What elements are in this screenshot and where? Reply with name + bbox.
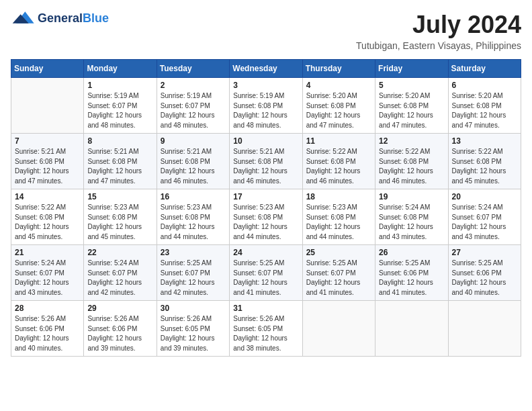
- day-number: 23: [161, 248, 226, 257]
- page-header: GeneralBlue July 2024 Tutubigan, Eastern…: [11, 11, 521, 51]
- day-number: 9: [161, 136, 226, 146]
- calendar-cell: 15Sunrise: 5:23 AM Sunset: 6:08 PM Dayli…: [84, 189, 157, 245]
- day-number: 16: [161, 192, 226, 201]
- calendar-week-row: 1Sunrise: 5:19 AM Sunset: 6:07 PM Daylig…: [11, 78, 521, 134]
- calendar-cell: [11, 78, 84, 134]
- day-number: 12: [379, 136, 445, 146]
- calendar-cell: 12Sunrise: 5:22 AM Sunset: 6:08 PM Dayli…: [375, 134, 448, 189]
- calendar-cell: 21Sunrise: 5:24 AM Sunset: 6:07 PM Dayli…: [11, 245, 84, 301]
- day-info: Sunrise: 5:22 AM Sunset: 6:08 PM Dayligh…: [452, 147, 518, 186]
- calendar-body: 1Sunrise: 5:19 AM Sunset: 6:07 PM Daylig…: [11, 78, 521, 357]
- calendar-cell: 6Sunrise: 5:20 AM Sunset: 6:08 PM Daylig…: [448, 78, 521, 134]
- day-info: Sunrise: 5:19 AM Sunset: 6:07 PM Dayligh…: [87, 91, 153, 130]
- day-number: 20: [452, 192, 518, 201]
- day-info: Sunrise: 5:24 AM Sunset: 6:07 PM Dayligh…: [15, 259, 81, 298]
- weekday-header: Thursday: [302, 60, 375, 78]
- day-info: Sunrise: 5:21 AM Sunset: 6:08 PM Dayligh…: [87, 147, 153, 186]
- calendar-cell: 8Sunrise: 5:21 AM Sunset: 6:08 PM Daylig…: [84, 134, 157, 189]
- day-info: Sunrise: 5:24 AM Sunset: 6:08 PM Dayligh…: [379, 203, 445, 242]
- weekday-header: Wednesday: [230, 60, 302, 78]
- calendar-week-row: 7Sunrise: 5:21 AM Sunset: 6:08 PM Daylig…: [11, 134, 521, 189]
- day-number: 27: [452, 248, 518, 257]
- calendar-week-row: 14Sunrise: 5:22 AM Sunset: 6:08 PM Dayli…: [11, 189, 521, 245]
- calendar-week-row: 21Sunrise: 5:24 AM Sunset: 6:07 PM Dayli…: [11, 245, 521, 301]
- day-number: 2: [161, 81, 226, 90]
- day-number: 10: [233, 136, 299, 146]
- day-info: Sunrise: 5:22 AM Sunset: 6:08 PM Dayligh…: [15, 203, 81, 242]
- day-number: 11: [306, 136, 372, 146]
- day-info: Sunrise: 5:22 AM Sunset: 6:08 PM Dayligh…: [379, 147, 445, 186]
- calendar-cell: 20Sunrise: 5:24 AM Sunset: 6:07 PM Dayli…: [448, 189, 521, 245]
- day-number: 26: [379, 248, 445, 257]
- day-info: Sunrise: 5:25 AM Sunset: 6:06 PM Dayligh…: [379, 259, 445, 298]
- weekday-header: Saturday: [448, 60, 521, 78]
- day-info: Sunrise: 5:20 AM Sunset: 6:08 PM Dayligh…: [306, 91, 372, 130]
- calendar-cell: 30Sunrise: 5:26 AM Sunset: 6:05 PM Dayli…: [157, 301, 229, 357]
- calendar-cell: [302, 301, 375, 357]
- title-block: July 2024 Tutubigan, Eastern Visayas, Ph…: [356, 11, 521, 51]
- calendar-cell: 27Sunrise: 5:25 AM Sunset: 6:06 PM Dayli…: [448, 245, 521, 301]
- weekday-header: Sunday: [11, 60, 84, 78]
- day-number: 29: [87, 304, 153, 313]
- day-info: Sunrise: 5:26 AM Sunset: 6:06 PM Dayligh…: [15, 314, 81, 353]
- day-info: Sunrise: 5:23 AM Sunset: 6:08 PM Dayligh…: [87, 203, 153, 242]
- weekday-header: Monday: [84, 60, 157, 78]
- day-number: 3: [233, 81, 299, 90]
- logo: GeneralBlue: [11, 11, 109, 26]
- day-number: 7: [15, 136, 81, 146]
- day-number: 28: [15, 304, 81, 313]
- calendar-cell: 26Sunrise: 5:25 AM Sunset: 6:06 PM Dayli…: [375, 245, 448, 301]
- calendar-cell: 29Sunrise: 5:26 AM Sunset: 6:06 PM Dayli…: [84, 301, 157, 357]
- calendar-cell: 13Sunrise: 5:22 AM Sunset: 6:08 PM Dayli…: [448, 134, 521, 189]
- day-info: Sunrise: 5:25 AM Sunset: 6:07 PM Dayligh…: [306, 259, 372, 298]
- calendar-cell: 3Sunrise: 5:19 AM Sunset: 6:08 PM Daylig…: [230, 78, 302, 134]
- day-info: Sunrise: 5:25 AM Sunset: 6:07 PM Dayligh…: [233, 259, 299, 298]
- logo-icon: [11, 11, 35, 24]
- day-info: Sunrise: 5:24 AM Sunset: 6:07 PM Dayligh…: [87, 259, 153, 298]
- weekday-header: Tuesday: [157, 60, 229, 78]
- calendar-cell: 9Sunrise: 5:21 AM Sunset: 6:08 PM Daylig…: [157, 134, 229, 189]
- calendar-cell: 23Sunrise: 5:25 AM Sunset: 6:07 PM Dayli…: [157, 245, 229, 301]
- day-info: Sunrise: 5:19 AM Sunset: 6:07 PM Dayligh…: [161, 91, 226, 130]
- day-number: 18: [306, 192, 372, 201]
- day-number: 1: [87, 81, 153, 90]
- day-info: Sunrise: 5:21 AM Sunset: 6:08 PM Dayligh…: [233, 147, 299, 186]
- day-info: Sunrise: 5:25 AM Sunset: 6:07 PM Dayligh…: [161, 259, 226, 298]
- calendar-cell: 7Sunrise: 5:21 AM Sunset: 6:08 PM Daylig…: [11, 134, 84, 189]
- logo-general: General: [38, 11, 83, 25]
- calendar-cell: 4Sunrise: 5:20 AM Sunset: 6:08 PM Daylig…: [302, 78, 375, 134]
- day-number: 17: [233, 192, 299, 201]
- calendar-cell: 1Sunrise: 5:19 AM Sunset: 6:07 PM Daylig…: [84, 78, 157, 134]
- day-number: 24: [233, 248, 299, 257]
- day-number: 21: [15, 248, 81, 257]
- day-info: Sunrise: 5:23 AM Sunset: 6:08 PM Dayligh…: [306, 203, 372, 242]
- calendar-cell: 22Sunrise: 5:24 AM Sunset: 6:07 PM Dayli…: [84, 245, 157, 301]
- day-number: 22: [87, 248, 153, 257]
- calendar-cell: 19Sunrise: 5:24 AM Sunset: 6:08 PM Dayli…: [375, 189, 448, 245]
- location-title: Tutubigan, Eastern Visayas, Philippines: [356, 40, 521, 51]
- day-number: 15: [87, 192, 153, 201]
- calendar-cell: [448, 301, 521, 357]
- calendar-cell: 28Sunrise: 5:26 AM Sunset: 6:06 PM Dayli…: [11, 301, 84, 357]
- day-number: 30: [161, 304, 226, 313]
- day-info: Sunrise: 5:24 AM Sunset: 6:07 PM Dayligh…: [452, 203, 518, 242]
- day-info: Sunrise: 5:20 AM Sunset: 6:08 PM Dayligh…: [452, 91, 518, 130]
- day-number: 19: [379, 192, 445, 201]
- calendar-cell: 14Sunrise: 5:22 AM Sunset: 6:08 PM Dayli…: [11, 189, 84, 245]
- day-info: Sunrise: 5:26 AM Sunset: 6:06 PM Dayligh…: [87, 314, 153, 353]
- calendar-cell: 11Sunrise: 5:22 AM Sunset: 6:08 PM Dayli…: [302, 134, 375, 189]
- calendar-table: SundayMondayTuesdayWednesdayThursdayFrid…: [11, 59, 521, 357]
- calendar-header-row: SundayMondayTuesdayWednesdayThursdayFrid…: [11, 60, 521, 78]
- calendar-cell: 18Sunrise: 5:23 AM Sunset: 6:08 PM Dayli…: [302, 189, 375, 245]
- day-number: 4: [306, 81, 372, 90]
- calendar-cell: 24Sunrise: 5:25 AM Sunset: 6:07 PM Dayli…: [230, 245, 302, 301]
- day-info: Sunrise: 5:21 AM Sunset: 6:08 PM Dayligh…: [161, 147, 226, 186]
- month-title: July 2024: [356, 11, 521, 39]
- calendar-cell: 31Sunrise: 5:26 AM Sunset: 6:05 PM Dayli…: [230, 301, 302, 357]
- day-info: Sunrise: 5:26 AM Sunset: 6:05 PM Dayligh…: [233, 314, 299, 353]
- day-number: 25: [306, 248, 372, 257]
- calendar-cell: [375, 301, 448, 357]
- day-info: Sunrise: 5:20 AM Sunset: 6:08 PM Dayligh…: [379, 91, 445, 130]
- calendar-cell: 10Sunrise: 5:21 AM Sunset: 6:08 PM Dayli…: [230, 134, 302, 189]
- day-info: Sunrise: 5:19 AM Sunset: 6:08 PM Dayligh…: [233, 91, 299, 130]
